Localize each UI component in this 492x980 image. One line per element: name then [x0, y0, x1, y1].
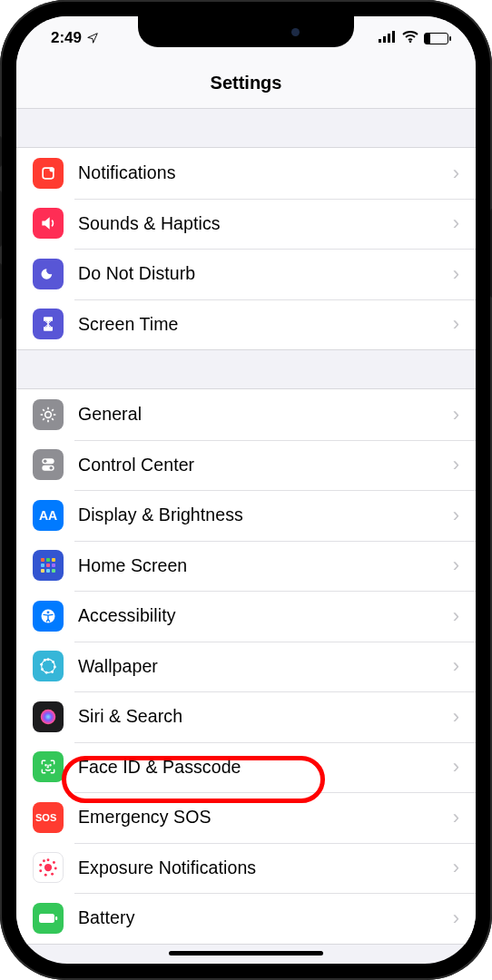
- row-dnd[interactable]: Do Not Disturb ›: [16, 249, 476, 299]
- svg-point-7: [45, 411, 52, 417]
- row-label: Sounds & Haptics: [78, 213, 453, 234]
- svg-point-17: [44, 460, 47, 464]
- status-time: 2:49: [51, 29, 82, 47]
- row-label: General: [78, 404, 453, 425]
- svg-point-53: [43, 859, 45, 862]
- row-label: Display & Brightness: [78, 505, 453, 525]
- wifi-icon: [402, 29, 418, 47]
- svg-rect-27: [41, 569, 44, 573]
- row-screen-time[interactable]: Screen Time ›: [16, 299, 476, 350]
- svg-point-43: [50, 765, 51, 766]
- row-faceid-passcode[interactable]: Face ID & Passcode ›: [16, 742, 476, 793]
- row-control-center[interactable]: Control Center ›: [16, 440, 476, 491]
- svg-rect-25: [46, 564, 50, 567]
- exposure-icon: [33, 852, 64, 883]
- svg-point-31: [47, 611, 50, 613]
- row-label: Home Screen: [78, 555, 453, 576]
- svg-point-38: [41, 668, 44, 671]
- chevron-right-icon: ›: [453, 654, 459, 678]
- row-label: Face ID & Passcode: [78, 757, 453, 778]
- svg-point-51: [39, 869, 42, 872]
- chevron-right-icon: ›: [453, 856, 459, 879]
- row-label: Accessibility: [78, 605, 453, 626]
- chevron-right-icon: ›: [453, 453, 459, 476]
- chevron-right-icon: ›: [453, 806, 459, 829]
- group-spacer: [16, 109, 476, 147]
- chevron-right-icon: ›: [453, 504, 459, 527]
- chevron-right-icon: ›: [453, 755, 459, 779]
- chevron-right-icon: ›: [453, 312, 459, 336]
- svg-rect-0: [379, 39, 381, 43]
- row-wallpaper[interactable]: Wallpaper ›: [16, 642, 476, 692]
- row-label: Exposure Notifications: [78, 858, 453, 878]
- row-notifications[interactable]: Notifications ›: [16, 148, 476, 199]
- chevron-right-icon: ›: [453, 262, 459, 286]
- row-siri[interactable]: Siri & Search ›: [16, 691, 476, 742]
- battery-icon: [33, 903, 64, 934]
- battery-low-icon: [424, 33, 448, 44]
- row-accessibility[interactable]: Accessibility ›: [16, 591, 476, 642]
- notch: [138, 16, 354, 47]
- row-label: Battery: [78, 907, 453, 928]
- row-general[interactable]: General ›: [16, 389, 476, 440]
- chevron-right-icon: ›: [453, 162, 459, 185]
- svg-rect-29: [52, 569, 55, 573]
- svg-point-47: [53, 861, 55, 864]
- row-home-screen[interactable]: Home Screen ›: [16, 541, 476, 592]
- row-label: Emergency SOS: [78, 807, 453, 828]
- svg-point-37: [45, 671, 48, 674]
- svg-point-34: [52, 661, 54, 663]
- svg-point-50: [44, 874, 47, 877]
- svg-point-52: [39, 864, 42, 867]
- chevron-right-icon: ›: [453, 604, 459, 628]
- sos-icon: SOS: [33, 802, 64, 833]
- cellular-signal-icon: [379, 29, 397, 47]
- svg-rect-24: [41, 564, 44, 567]
- svg-point-36: [51, 671, 54, 673]
- screen: 2:49: [16, 16, 476, 964]
- display-icon: AA: [33, 500, 64, 531]
- svg-point-35: [54, 666, 56, 669]
- svg-point-39: [40, 663, 43, 666]
- row-battery[interactable]: Battery ›: [16, 893, 476, 944]
- svg-point-49: [51, 873, 54, 876]
- row-display[interactable]: AA Display & Brightness ›: [16, 490, 476, 541]
- row-label: Notifications: [78, 162, 453, 183]
- group-spacer: [16, 350, 476, 388]
- chevron-right-icon: ›: [453, 906, 459, 930]
- svg-point-19: [50, 466, 54, 470]
- svg-rect-21: [41, 558, 44, 562]
- svg-point-48: [54, 867, 57, 870]
- do-not-disturb-icon: [33, 259, 64, 289]
- svg-text:SOS: SOS: [35, 812, 56, 823]
- notifications-icon: [33, 158, 64, 189]
- svg-rect-22: [46, 558, 50, 562]
- svg-rect-3: [392, 31, 395, 43]
- location-arrow-icon: [86, 32, 99, 44]
- row-exposure[interactable]: Exposure Notifications ›: [16, 843, 476, 894]
- svg-line-12: [43, 409, 44, 411]
- svg-point-6: [50, 167, 54, 172]
- sounds-icon: [33, 208, 64, 239]
- svg-text:AA: AA: [39, 508, 57, 523]
- svg-point-41: [41, 710, 56, 725]
- chevron-right-icon: ›: [453, 211, 459, 235]
- settings-group-2: General › Control Center › AA Display & …: [16, 388, 476, 945]
- svg-rect-54: [39, 914, 54, 923]
- row-label: Wallpaper: [78, 656, 453, 677]
- svg-point-33: [47, 658, 50, 661]
- svg-line-13: [52, 418, 54, 420]
- row-label: Control Center: [78, 455, 453, 475]
- row-emergency-sos[interactable]: SOS Emergency SOS ›: [16, 792, 476, 843]
- home-indicator[interactable]: [169, 951, 323, 956]
- row-label: Screen Time: [78, 314, 453, 335]
- svg-rect-28: [46, 569, 50, 573]
- home-screen-icon: [33, 550, 64, 581]
- faceid-icon: [33, 751, 64, 782]
- svg-point-4: [409, 41, 412, 44]
- svg-line-15: [52, 409, 54, 411]
- svg-point-45: [44, 864, 52, 871]
- settings-group-1: Notifications › Sounds & Haptics › Do No…: [16, 147, 476, 350]
- row-sounds[interactable]: Sounds & Haptics ›: [16, 199, 476, 250]
- svg-rect-2: [388, 34, 390, 43]
